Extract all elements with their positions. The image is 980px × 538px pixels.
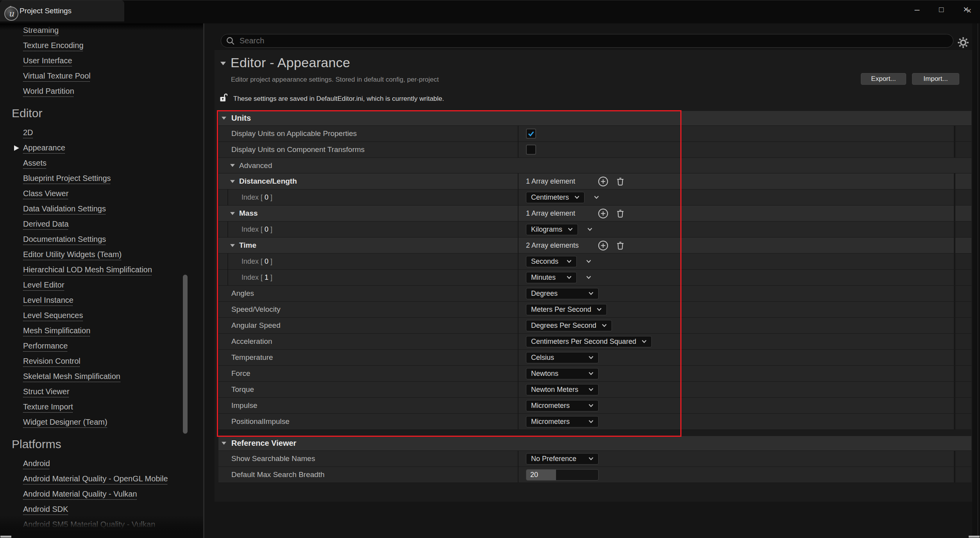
sidebar-item-label[interactable]: User Interface <box>23 56 72 65</box>
delete-elements-icon[interactable] <box>615 176 626 187</box>
sidebar-item-label[interactable]: Assets <box>23 159 46 167</box>
element-options-chevron-icon[interactable] <box>587 228 592 231</box>
sidebar-item-label[interactable]: Android <box>23 459 50 468</box>
checkbox-checked[interactable] <box>526 129 536 139</box>
sidebar-item-assets[interactable]: Assets <box>0 156 203 171</box>
unit-dropdown[interactable]: Centimeters <box>526 192 585 203</box>
sidebar-item-skeletal-mesh-simplification[interactable]: Skeletal Mesh Simplification <box>0 369 203 384</box>
element-options-chevron-icon[interactable] <box>586 276 591 279</box>
sidebar-item-blueprint-project-settings[interactable]: Blueprint Project Settings <box>0 171 203 186</box>
delete-elements-icon[interactable] <box>615 240 626 251</box>
sidebar-item-label[interactable]: Editor Utility Widgets (Team) <box>23 250 122 259</box>
unit-dropdown[interactable]: Seconds <box>526 256 577 267</box>
sidebar-item-editor-utility-widgets-team-[interactable]: Editor Utility Widgets (Team) <box>0 247 203 262</box>
sidebar-item-hierarchical-lod-mesh-simplification[interactable]: Hierarchical LOD Mesh Simplification <box>0 262 203 277</box>
unit-dropdown[interactable]: Newton Meters <box>526 384 599 395</box>
unit-dropdown[interactable]: Minutes <box>526 272 577 283</box>
export-button[interactable]: Export... <box>861 73 906 85</box>
add-element-icon[interactable] <box>598 208 608 219</box>
collapse-arrow-icon[interactable] <box>230 212 235 215</box>
sidebar-item-performance[interactable]: Performance <box>0 338 203 354</box>
search-input[interactable] <box>239 36 946 46</box>
collapse-arrow-icon[interactable] <box>222 117 226 120</box>
unit-dropdown[interactable]: Celsius <box>526 352 599 363</box>
unit-dropdown[interactable]: Kilograms <box>526 224 578 235</box>
sidebar-item-label[interactable]: Virtual Texture Pool <box>23 71 91 80</box>
sidebar-item-derived-data[interactable]: Derived Data <box>0 216 203 232</box>
sidebar-item-world-partition[interactable]: World Partition <box>0 84 203 99</box>
sidebar-item-level-instance[interactable]: Level Instance <box>0 293 203 308</box>
sidebar-item-revision-control[interactable]: Revision Control <box>0 354 203 369</box>
sidebar-item-label[interactable]: Android Material Quality - Vulkan <box>23 490 137 498</box>
sidebar-item-label[interactable]: Performance <box>23 341 68 350</box>
sidebar-item-struct-viewer[interactable]: Struct Viewer <box>0 384 203 399</box>
close-icon[interactable]: × <box>956 0 976 18</box>
unit-dropdown[interactable]: Micrometers <box>526 416 599 427</box>
maximize-icon[interactable]: □ <box>932 0 951 18</box>
collapse-arrow-icon[interactable] <box>230 164 235 167</box>
sidebar-item-label[interactable]: Documentation Settings <box>23 235 106 243</box>
sidebar-item-label[interactable]: Hierarchical LOD Mesh Simplification <box>23 265 152 274</box>
sidebar-item-level-editor[interactable]: Level Editor <box>0 277 203 293</box>
sidebar-item-label[interactable]: Android SDK <box>23 505 68 513</box>
unit-dropdown[interactable]: Centimeters Per Second Squared <box>526 336 652 347</box>
sidebar-item-label[interactable]: Android Material Quality - OpenGL Mobile <box>23 474 168 483</box>
sidebar-item-label[interactable]: Android SM5 Material Quality - Vulkan <box>23 520 155 529</box>
settings-gear-icon[interactable] <box>957 37 969 48</box>
sidebar-item-label[interactable]: Texture Encoding <box>23 41 84 50</box>
sidebar-item-virtual-texture-pool[interactable]: Virtual Texture Pool <box>0 68 203 84</box>
unit-dropdown[interactable]: No Preference <box>526 453 599 465</box>
element-options-chevron-icon[interactable] <box>594 196 599 199</box>
sidebar-item-data-validation-settings[interactable]: Data Validation Settings <box>0 201 203 216</box>
sidebar-item-android-material-quality-opengl-mobile[interactable]: Android Material Quality - OpenGL Mobile <box>0 471 203 486</box>
sidebar-item-android-material-quality-vulkan[interactable]: Android Material Quality - Vulkan <box>0 486 203 502</box>
unit-dropdown[interactable]: Micrometers <box>526 400 599 411</box>
sidebar-item-label[interactable]: Level Instance <box>23 296 73 304</box>
sidebar-item-class-viewer[interactable]: Class Viewer <box>0 186 203 201</box>
sidebar-item-texture-import[interactable]: Texture Import <box>0 399 203 415</box>
sidebar-item-streaming[interactable]: Streaming <box>0 23 203 38</box>
sidebar-scrollbar-thumb[interactable] <box>183 275 188 434</box>
checkbox[interactable] <box>526 145 536 155</box>
unit-dropdown[interactable]: Degrees <box>526 288 599 299</box>
add-element-icon[interactable] <box>598 240 608 251</box>
tab-project-settings[interactable]: Project Settings × <box>0 0 124 21</box>
collapse-arrow-icon[interactable] <box>222 442 226 445</box>
sidebar-item-label[interactable]: Blueprint Project Settings <box>23 174 111 182</box>
collapse-arrow-icon[interactable] <box>230 180 235 183</box>
sidebar-item-android-sdk[interactable]: Android SDK <box>0 502 203 517</box>
sidebar-item-label[interactable]: Widget Designer (Team) <box>23 418 107 426</box>
sidebar-item-android-sm5-material-quality-vulkan[interactable]: Android SM5 Material Quality - Vulkan <box>0 517 203 532</box>
sidebar-item-label[interactable]: Class Viewer <box>23 189 68 198</box>
collapse-arrow-icon[interactable] <box>230 244 235 247</box>
minimize-icon[interactable]: – <box>907 0 927 18</box>
sidebar-item-label[interactable]: 2D <box>23 128 33 137</box>
sidebar-item-user-interface[interactable]: User Interface <box>0 53 203 68</box>
unit-dropdown[interactable]: Meters Per Second <box>526 304 607 315</box>
sidebar-item-label[interactable]: Data Validation Settings <box>23 204 106 213</box>
sidebar-item-widget-designer-team-[interactable]: Widget Designer (Team) <box>0 415 203 430</box>
sidebar-item-label[interactable]: Streaming <box>23 26 59 34</box>
sidebar-item-label[interactable]: Level Sequences <box>23 311 83 320</box>
sidebar-item-label[interactable]: Texture Import <box>23 402 73 411</box>
sidebar-item-2d[interactable]: 2D <box>0 125 203 140</box>
sidebar-item-mesh-simplification[interactable]: Mesh Simplification <box>0 323 203 338</box>
sidebar-item-label[interactable]: Level Editor <box>23 281 64 289</box>
sidebar-item-level-sequences[interactable]: Level Sequences <box>0 308 203 323</box>
element-options-chevron-icon[interactable] <box>586 260 591 263</box>
sidebar-item-texture-encoding[interactable]: Texture Encoding <box>0 38 203 53</box>
section-collapse-icon[interactable] <box>220 62 226 65</box>
delete-elements-icon[interactable] <box>615 208 626 219</box>
import-button[interactable]: Import... <box>912 73 959 85</box>
sidebar-item-android[interactable]: Android <box>0 456 203 471</box>
sidebar-item-label[interactable]: Struct Viewer <box>23 387 70 396</box>
unit-dropdown[interactable]: Newtons <box>526 368 599 379</box>
sidebar-item-label[interactable]: Appearance <box>23 143 65 152</box>
sidebar-item-appearance[interactable]: Appearance <box>0 140 203 156</box>
resize-grip-bottom-left[interactable] <box>0 536 11 538</box>
add-element-icon[interactable] <box>598 176 608 187</box>
sidebar-item-documentation-settings[interactable]: Documentation Settings <box>0 232 203 247</box>
resize-grip-bottom-right[interactable] <box>969 536 980 538</box>
sidebar-item-label[interactable]: World Partition <box>23 87 74 95</box>
sidebar-item-label[interactable]: Derived Data <box>23 220 69 228</box>
